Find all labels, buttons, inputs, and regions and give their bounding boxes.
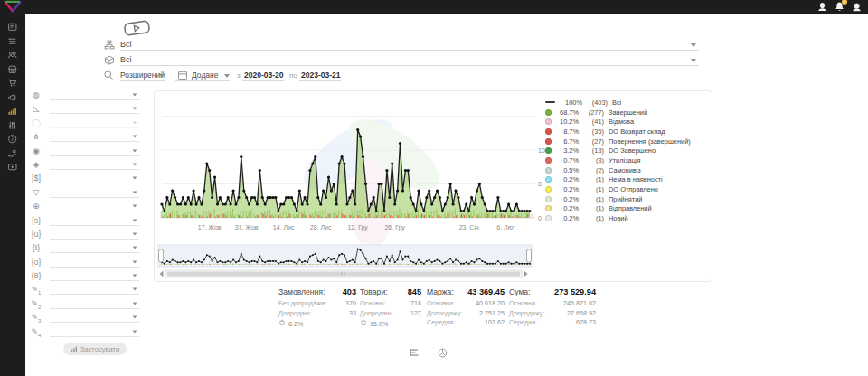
filter-row-funnel[interactable]: ▽ [27,186,146,200]
filter-row-help[interactable]: ◯ [27,117,146,130]
filter-row-product-cube[interactable]: ◈ [27,158,146,172]
legend-item[interactable]: 0.2%(1)DO Отправлено [545,184,708,194]
filter-row-var-o[interactable]: {o} [27,256,146,269]
navigator-handle-left[interactable] [159,249,164,262]
category-caret-icon[interactable] [691,43,696,47]
filter-field-hierarchy[interactable] [50,130,139,142]
filter-row-globe[interactable]: ⊕ [27,200,146,213]
filter-field-var-s[interactable] [50,214,139,226]
distribution-view-toggle[interactable] [437,347,448,359]
product-caret-icon[interactable] [691,59,696,62]
filter-field-segment[interactable] [50,145,139,156]
caret-down-icon[interactable] [133,247,137,249]
search-mode-caret-icon[interactable] [159,74,165,78]
legend-item[interactable]: 6.7%(27)Повернення (завершений) [545,136,708,146]
filter-field-note-3[interactable] [50,311,139,323]
filter-field-var-t[interactable] [50,241,139,253]
caret-down-icon[interactable] [133,205,137,208]
caret-down-icon[interactable] [133,330,137,333]
profile-icon[interactable] [816,1,828,13]
caret-down-icon[interactable] [133,93,137,96]
filter-field-globe[interactable] [50,200,139,212]
sidebar-item-orders-list[interactable] [0,34,25,49]
filter-row-var-u[interactable]: {u} [27,228,146,241]
caret-down-icon[interactable] [133,288,137,291]
filter-field-help[interactable] [50,117,139,128]
chart-scrollbar-thumb[interactable] [167,272,520,277]
scroll-right-icon[interactable] [524,271,528,277]
filter-field-var-8[interactable] [50,269,139,281]
legend-item[interactable]: 0.5%(2)Самовивіз [545,165,708,175]
filter-row-note-2[interactable]: ✎2 [27,297,146,311]
caret-down-icon[interactable] [133,177,137,180]
legend-item[interactable]: 0.7%(3)Утилізація [545,155,708,165]
caret-down-icon[interactable] [133,316,137,319]
caret-down-icon[interactable] [133,163,137,165]
filter-row-segment[interactable]: ◉ [27,145,146,158]
sidebar-item-dashboard[interactable] [0,20,25,34]
legend-item[interactable]: 8.7%(35)DO Возврат склад [545,127,708,136]
filter-field-product-cube[interactable] [50,158,139,170]
date-to-field[interactable] [299,70,341,81]
filter-field-var-u[interactable] [50,228,139,240]
date-field-caret-icon[interactable] [224,74,230,78]
filter-row-payment[interactable]: [$] [27,172,146,185]
caret-down-icon[interactable] [133,219,137,221]
filter-field-funnel[interactable] [50,186,139,198]
caret-down-icon[interactable] [133,232,137,235]
filter-row-var-8[interactable]: {8} [27,269,146,283]
sidebar-item-customers[interactable] [0,48,25,62]
filter-row-hierarchy[interactable]: ⋔ [27,130,146,144]
filter-field-var-o[interactable] [50,256,139,268]
legend-item[interactable]: 10.2%(41)Відмова [545,117,708,127]
filter-field-note-2[interactable] [50,297,139,309]
filter-field-level[interactable] [50,102,139,114]
date-from-field[interactable] [242,70,284,81]
legend-item[interactable]: 0.2%(1)Відправлений [545,204,708,214]
legend-item[interactable]: 0.2%(1)Нема в наявності [545,175,708,185]
caret-down-icon[interactable] [133,149,137,152]
app-logo[interactable] [3,0,23,14]
sidebar-item-video[interactable] [0,160,25,174]
sidebar-item-marketing[interactable] [0,90,25,105]
list-view-toggle[interactable] [409,347,420,359]
caret-down-icon[interactable] [133,302,137,305]
notifications-icon[interactable] [834,1,845,13]
filter-row-level[interactable]: ◺ [27,102,146,116]
legend-item[interactable]: 100%(403)Всі [545,98,708,108]
filter-field-payment[interactable] [50,172,139,183]
legend-item[interactable]: 0.2%(1)Прийнятий [545,194,708,204]
caret-down-icon[interactable] [133,121,137,124]
scroll-left-icon[interactable] [160,271,164,277]
search-icon[interactable] [103,70,114,80]
legend-item[interactable]: 68.7%(277)Завершений [545,108,708,118]
caret-down-icon[interactable] [133,108,137,110]
apply-button[interactable]: Застосувати [63,343,127,355]
caret-down-icon[interactable] [133,274,137,277]
support-icon[interactable] [851,1,863,13]
filter-row-var-t[interactable]: {t} [27,241,146,255]
date-field-select[interactable] [175,70,230,81]
caret-down-icon[interactable] [133,136,137,138]
filter-row-planet[interactable]: ◍ [27,89,146,102]
navigator-handle-right[interactable] [527,249,532,262]
sidebar-item-settings[interactable] [0,118,25,133]
play-tag-icon[interactable] [123,19,152,37]
product-filter-field[interactable] [120,54,699,66]
filter-row-note-3[interactable]: ✎3 [27,311,146,324]
filter-field-note-1[interactable] [50,283,139,295]
caret-down-icon[interactable] [133,191,137,193]
filter-field-note-4[interactable] [50,325,139,337]
sidebar-item-cart[interactable] [0,76,25,90]
sidebar-item-analytics[interactable] [0,104,25,118]
filter-row-var-s[interactable]: {s} [27,214,146,228]
filter-row-note-1[interactable]: ✎1 [27,283,146,296]
legend-item[interactable]: 0.2%(1)Новий [545,213,708,223]
sidebar-item-care[interactable] [0,146,25,161]
caret-down-icon[interactable] [133,260,137,263]
filter-row-note-4[interactable]: ✎4 [27,325,146,339]
sidebar-item-info[interactable] [0,132,25,146]
filter-field-planet[interactable] [50,89,139,100]
sidebar-item-store[interactable] [0,62,25,77]
legend-item[interactable]: 3.2%(13)DO Завершено [545,146,708,155]
